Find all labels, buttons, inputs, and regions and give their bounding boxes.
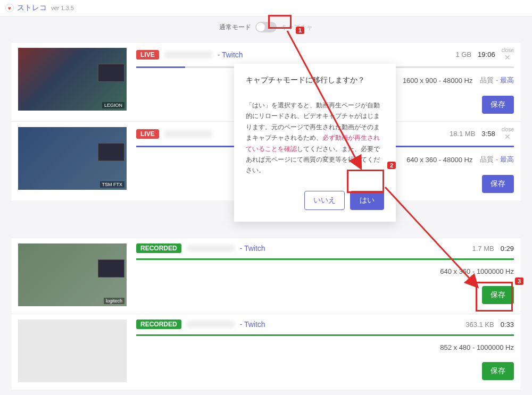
- thumbnail[interactable]: TSM FTX: [18, 127, 127, 190]
- quality-link[interactable]: 最高: [500, 155, 514, 163]
- stream-card: logitech RECORDED - Twitch 1.7 MB 0:29 6…: [12, 238, 520, 390]
- dialog-body: 「はい」を選択すると、動画再生ページが自動的にリロードされ、ビデオキャプチャがは…: [246, 100, 384, 176]
- stream-source: - Twitch: [218, 51, 243, 59]
- thumbnail[interactable]: LEGION: [18, 48, 127, 111]
- close-button[interactable]: close✕: [502, 127, 514, 140]
- quality-link[interactable]: 最高: [500, 76, 514, 84]
- resolution: 1600 x 900 - 48000 Hz: [403, 77, 473, 85]
- progress-bar: [136, 258, 514, 260]
- close-icon: ✕: [502, 133, 514, 140]
- thumbnail[interactable]: logitech: [18, 243, 127, 306]
- save-button[interactable]: 保存: [482, 286, 514, 304]
- file-size: 18.1 MB: [450, 130, 475, 138]
- stream-title: [187, 245, 235, 252]
- recorded-badge: RECORDED: [136, 320, 181, 329]
- quality-label: 品質 - 最高: [480, 155, 514, 164]
- dialog-no-button[interactable]: いいえ: [304, 191, 345, 210]
- save-button[interactable]: 保存: [482, 175, 514, 193]
- app-header: ♥ ストレコ ver 1.3.5: [0, 0, 532, 16]
- stream-source: - Twitch: [240, 320, 265, 329]
- stream-title: [164, 51, 212, 58]
- close-icon: ✕: [502, 54, 514, 61]
- duration: 19:06: [478, 51, 495, 58]
- file-size: 363.1 KB: [466, 321, 494, 329]
- mode-capture-label: キャプチャ: [281, 23, 313, 32]
- duration: 3:58: [481, 130, 495, 138]
- close-button[interactable]: close✕: [502, 48, 514, 61]
- dialog-yes-button[interactable]: はい: [350, 191, 384, 210]
- stream-title: [187, 321, 235, 328]
- file-size: 1.7 MB: [472, 245, 494, 253]
- stream-title: [164, 130, 212, 138]
- file-size: 1 GB: [455, 51, 471, 58]
- live-badge: LIVE: [136, 50, 159, 60]
- recorded-badge: RECORDED: [136, 243, 181, 253]
- mode-toggle-row: 通常モード キャプチャ: [0, 16, 532, 42]
- duration: 0:29: [501, 245, 514, 253]
- resolution: 640 x 360 - 1000000 Hz: [440, 267, 514, 275]
- dialog-title: キャプチャモードに移行しますか？: [246, 75, 384, 85]
- duration: 0:33: [501, 321, 514, 329]
- resolution: 640 x 360 - 48000 Hz: [406, 156, 472, 164]
- stream-source: - Twitch: [240, 244, 265, 253]
- mode-normal-label: 通常モード: [219, 23, 251, 32]
- version-label: ver 1.3.5: [51, 5, 74, 11]
- thumbnail[interactable]: [18, 320, 127, 382]
- quality-label: 品質 - 最高: [480, 75, 514, 85]
- capture-mode-dialog: キャプチャモードに移行しますか？ 「はい」を選択すると、動画再生ページが自動的に…: [234, 64, 396, 222]
- save-button[interactable]: 保存: [482, 362, 514, 380]
- resolution: 852 x 480 - 1000000 Hz: [440, 343, 514, 351]
- save-button[interactable]: 保存: [482, 96, 514, 114]
- mode-toggle[interactable]: [255, 22, 277, 32]
- progress-bar: [136, 334, 514, 336]
- app-title: ストレコ: [17, 3, 47, 13]
- live-badge: LIVE: [136, 129, 159, 139]
- heart-icon: ♥: [5, 4, 14, 12]
